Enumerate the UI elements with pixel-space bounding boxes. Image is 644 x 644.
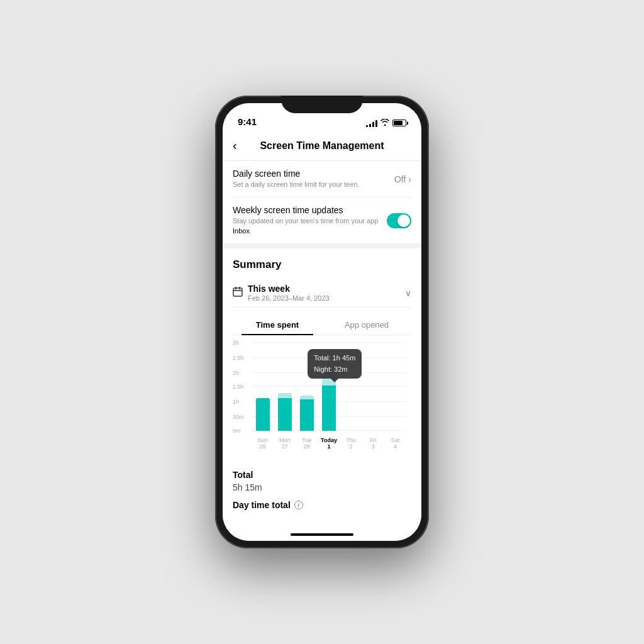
notch [281,96,363,113]
chart-area: Total: 1h 45m Night: 32m 3h 2.5h 2h 1.5h… [233,343,411,450]
x-label-sat: Sat 4 [386,437,404,450]
week-info: This week Feb 26, 2023–Mar 4, 2023 [248,284,330,302]
toggle-knob [397,214,410,227]
x-label-tue: Tue 28 [298,437,316,450]
daily-screen-time-off: Off [394,174,406,184]
chart-tabs: Time spent App opened [233,315,411,335]
daily-screen-time-row[interactable]: Daily screen time Set a daily screen tim… [223,161,421,197]
phone-frame: 9:41 [215,96,429,548]
week-date: Feb 26, 2023–Mar 4, 2023 [248,294,330,302]
x-label-fri: Fri 3 [364,437,382,450]
daily-screen-time-value[interactable]: Off › [394,174,411,184]
svg-rect-0 [233,288,242,296]
daytime-row: Day time total i [233,500,411,510]
wifi-icon [380,119,389,127]
weekly-updates-info: Weekly screen time updates Stay updated … [233,205,387,236]
summary-title: Summary [233,258,411,271]
weekly-updates-toggle[interactable] [387,213,411,228]
inbox-link: Inbox [233,227,250,235]
weekly-updates-label: Weekly screen time updates [233,205,387,215]
weekly-updates-row: Weekly screen time updates Stay updated … [223,197,421,243]
week-selector-left: This week Feb 26, 2023–Mar 4, 2023 [233,284,330,302]
daily-screen-time-info: Daily screen time Set a daily screen tim… [233,169,360,189]
nav-header: ‹ Screen Time Management [223,131,421,161]
signal-icon [366,119,377,127]
tooltip-line1: Total: 1h 45m [314,353,355,364]
bottom-spacer [223,510,421,520]
summary-section: Summary This week [223,248,421,460]
home-indicator [291,533,353,536]
weekly-updates-sub: Stay updated on your teen's time from yo… [233,216,387,236]
x-label-thu: Thu 2 [342,437,360,450]
info-icon[interactable]: i [294,501,303,509]
bar-sun [256,398,270,431]
battery-icon [392,119,406,126]
tab-app-opened[interactable]: App opened [322,315,411,335]
status-icons [366,119,406,127]
bar-day-today [322,386,336,431]
daily-screen-time-chevron: › [408,174,411,184]
tooltip-line2: Night: 32m [314,364,355,375]
daily-screen-time-label: Daily screen time [233,169,360,179]
page-title: Screen Time Management [253,140,391,152]
back-button[interactable]: ‹ [233,138,253,153]
home-bar [223,528,421,541]
phone-screen: 9:41 [223,103,421,541]
total-label: Total [233,470,411,480]
x-label-today: Today 1 [320,437,338,450]
week-selector[interactable]: This week Feb 26, 2023–Mar 4, 2023 ∨ [233,279,411,308]
week-label: This week [248,284,330,294]
x-axis-labels: Sun 26 Mon 27 Tue 28 Today [252,437,406,450]
total-value: 5h 15m [233,482,411,492]
stats-section: Total 5h 15m Day time total i [223,460,421,510]
bar-mon [278,393,292,431]
daytime-label: Day time total [233,500,291,510]
bar-tue [300,396,314,431]
x-label-mon: Mon 27 [276,437,294,450]
tab-time-spent[interactable]: Time spent [233,315,322,335]
bar-day-mon [278,398,292,431]
content-area[interactable]: ‹ Screen Time Management Daily screen ti… [223,131,421,528]
status-time: 9:41 [238,116,257,127]
section-divider [223,243,421,248]
daily-screen-time-sub: Set a daily screen time limit for your t… [233,180,360,189]
bar-night-mon [278,393,292,398]
bar-day-sun [256,398,270,431]
week-selector-chevron: ∨ [405,288,411,298]
bar-day-tue [300,399,314,431]
x-label-sun: Sun 26 [254,437,272,450]
calendar-icon [233,287,243,299]
chart-tooltip: Total: 1h 45m Night: 32m [308,349,362,379]
